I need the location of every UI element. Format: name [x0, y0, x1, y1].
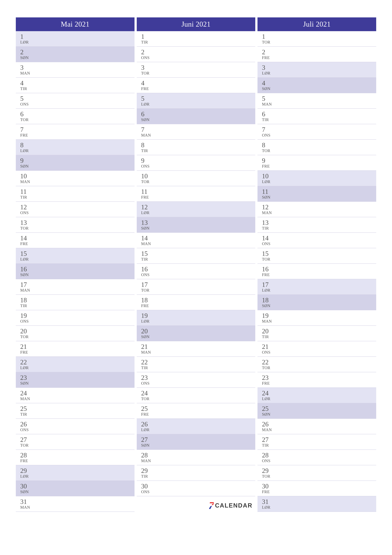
day-number: 24: [20, 390, 135, 397]
day-number: 4: [141, 80, 256, 87]
day-of-week-label: LØR: [262, 180, 376, 184]
day-number: 8: [262, 142, 376, 149]
day-cell: 15TIR: [137, 248, 256, 264]
day-number: 30: [141, 483, 256, 490]
day-number: 13: [141, 219, 256, 226]
day-of-week-label: TIR: [141, 474, 256, 479]
day-of-week-label: TOR: [20, 335, 135, 339]
day-number: 11: [262, 188, 376, 195]
day-cell: 4TIR: [16, 78, 135, 93]
month-header: Juni 2021: [137, 17, 256, 31]
day-of-week-label: TIR: [262, 117, 376, 122]
day-of-week-label: TIR: [20, 304, 135, 308]
day-of-week-label: SØN: [20, 273, 135, 277]
day-of-week-label: LØR: [141, 428, 256, 432]
day-of-week-label: MAN: [141, 241, 256, 246]
day-cell: 9SØN: [16, 155, 135, 171]
day-number: 27: [141, 436, 256, 443]
day-cell: 29LØR: [16, 465, 135, 481]
day-cell: 13TOR: [16, 217, 135, 233]
day-number: 9: [20, 157, 135, 164]
day-cell: 19MAN: [257, 310, 376, 326]
day-cell: 12MAN: [257, 202, 376, 217]
day-of-week-label: TIR: [141, 40, 256, 45]
day-number: 31: [262, 498, 376, 505]
day-cell: 21MAN: [137, 341, 256, 357]
day-number: 12: [262, 204, 376, 211]
day-number: 13: [262, 219, 376, 226]
day-cell: 6TOR: [16, 109, 135, 124]
day-number: 28: [262, 452, 376, 459]
day-cell: 8LØR: [16, 140, 135, 155]
day-cell: 12LØR: [137, 202, 256, 217]
day-of-week-label: LØR: [262, 71, 376, 76]
day-number: 7: [141, 126, 256, 133]
day-cell: 28FRE: [16, 450, 135, 465]
day-of-week-label: TIR: [20, 87, 135, 91]
day-cell: 8TOR: [257, 140, 376, 155]
day-number: 15: [20, 250, 135, 257]
day-of-week-label: LØR: [20, 149, 135, 153]
day-number: 27: [262, 436, 376, 443]
day-of-week-label: SØN: [20, 490, 135, 494]
day-number: 6: [20, 110, 135, 117]
day-number: 18: [141, 297, 256, 304]
day-cell: 21FRE: [16, 341, 135, 357]
day-cell: 6TIR: [257, 109, 376, 124]
day-number: 1: [20, 33, 135, 40]
day-number: 22: [262, 359, 376, 366]
day-number: 14: [262, 235, 376, 241]
day-number: 26: [141, 421, 256, 428]
day-of-week-label: MAN: [262, 319, 376, 324]
day-of-week-label: LØR: [262, 505, 376, 510]
day-of-week-label: SØN: [262, 304, 376, 308]
day-of-week-label: MAN: [141, 459, 256, 463]
day-cell: 28MAN: [137, 450, 256, 465]
day-number: 16: [141, 266, 256, 273]
day-of-week-label: SØN: [141, 335, 256, 339]
logo-word: CALENDAR: [215, 502, 252, 509]
day-of-week-label: ONS: [262, 459, 376, 463]
day-of-week-label: TIR: [262, 226, 376, 231]
day-of-week-label: SØN: [20, 164, 135, 169]
day-cell: 16ONS: [137, 264, 256, 279]
day-of-week-label: LØR: [20, 474, 135, 479]
day-number: 29: [20, 467, 135, 474]
day-number: 23: [262, 374, 376, 381]
day-of-week-label: FRE: [262, 381, 376, 386]
day-of-week-label: FRE: [262, 164, 376, 169]
day-number: 1: [262, 33, 376, 40]
day-cell: 3LØR: [257, 62, 376, 78]
day-cell: 1LØR: [16, 31, 135, 47]
day-number: 21: [20, 343, 135, 350]
day-number: 19: [262, 312, 376, 319]
day-cell: 6SØN: [137, 109, 256, 124]
day-cell: 4SØN: [257, 78, 376, 93]
day-of-week-label: ONS: [20, 319, 135, 324]
day-of-week-label: ONS: [141, 273, 256, 277]
day-number: 6: [141, 110, 256, 117]
day-of-week-label: MAN: [262, 211, 376, 215]
day-cell: 26ONS: [16, 419, 135, 434]
day-of-week-label: LØR: [141, 211, 256, 215]
day-number: 4: [262, 80, 376, 87]
day-cell: 13TIR: [257, 217, 376, 233]
day-cell: 10MAN: [16, 171, 135, 186]
day-cell: 30ONS: [137, 481, 256, 496]
day-cell: 19ONS: [16, 310, 135, 326]
day-of-week-label: FRE: [262, 56, 376, 60]
day-of-week-label: ONS: [262, 241, 376, 246]
day-cell: 23FRE: [257, 372, 376, 388]
day-of-week-label: TOR: [141, 288, 256, 293]
day-cell: 26MAN: [257, 419, 376, 434]
day-number: 3: [20, 64, 135, 71]
day-cell: 31MAN: [16, 496, 135, 512]
day-number: 20: [20, 328, 135, 335]
day-of-week-label: LØR: [141, 319, 256, 324]
day-cell: 18TIR: [16, 295, 135, 310]
day-cell: 26LØR: [137, 419, 256, 434]
day-cell: 18SØN: [257, 295, 376, 310]
day-cell: 14MAN: [137, 233, 256, 248]
day-number: 9: [141, 157, 256, 164]
day-cell: 27SØN: [137, 434, 256, 450]
